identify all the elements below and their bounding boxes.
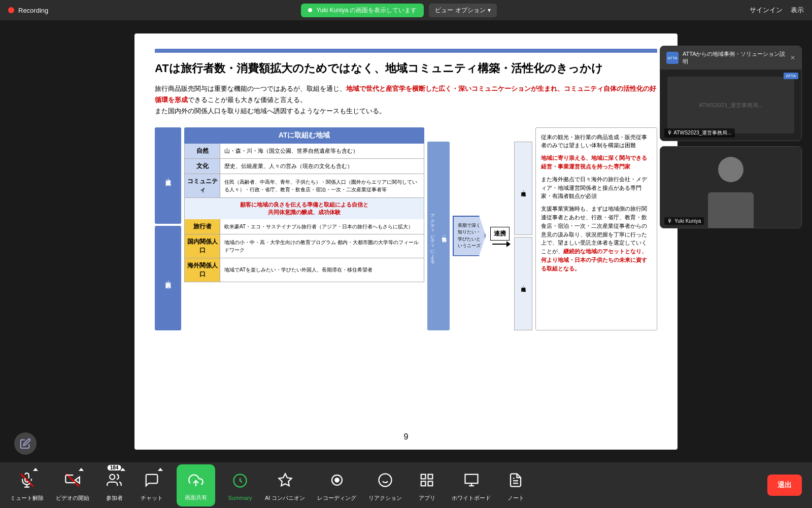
table-row-traveler: 旅行者 欧米豪AT・エコ・サステイナブル旅行者（アジア・日本の旅行者へもさらに拡…	[184, 219, 424, 234]
left-labels: 構成要素・資源 顧客・関係人口	[155, 127, 181, 330]
cell-overseas-header: 海外関係人口	[185, 258, 220, 282]
mute-label: ミュート解除	[10, 494, 44, 502]
panel-1-video: ATWS2023_運営事務局... ATTA 🎙 ATWS2023_運営事務局.…	[660, 70, 801, 141]
chat-chevron-icon[interactable]	[158, 468, 163, 471]
mute-icon-wrap	[16, 469, 38, 491]
cell-overseas-content: 地域でATを楽しみたい・学びたい外国人、長期滞在・移住希望者	[220, 258, 424, 282]
video-icon-wrap	[61, 469, 84, 491]
cell-traveler-header: 旅行者	[185, 219, 220, 234]
whiteboard-icon	[464, 472, 479, 488]
summary-icon-wrap	[229, 469, 251, 492]
right-text-3: また海外拠点で日々海外の旅行会社・メディア・地域運営関係者と接点がある専門家・有…	[541, 175, 652, 200]
participants-icon-wrap: 184	[103, 469, 125, 491]
region-cell-domestic: 県内・圏内地域	[514, 142, 532, 235]
mute-chevron-icon[interactable]	[33, 468, 38, 471]
label-constituents: 構成要素・資源	[155, 127, 181, 224]
top-bar: Recording Yuki Kuniya の画面を表示しています ビュー オプ…	[0, 0, 812, 20]
arrow-head	[506, 241, 511, 247]
ai-companion-button[interactable]: AI コンパニオン	[265, 469, 305, 502]
participants-chevron-icon[interactable]	[120, 468, 125, 471]
reaction-label: リアクション	[368, 494, 402, 502]
whiteboard-button[interactable]: ホワイトボード	[452, 469, 491, 502]
apps-icon	[419, 472, 434, 488]
cell-community-content: 住民（高齢者、中高年、青年、子供たち）・関係人口（圏外からエリアに関与している人…	[220, 174, 424, 198]
svg-rect-14	[428, 474, 433, 479]
mute-button[interactable]: ミュート解除	[10, 469, 44, 502]
activity-box: 体験化（文化体験含む） アクティビティによる	[427, 142, 450, 330]
share-button[interactable]: 画面共有	[177, 464, 215, 506]
panel-1-name-tag: 🎙 ATWS2023_運営事務局...	[664, 128, 735, 138]
notes-icon	[508, 472, 523, 488]
person-container	[660, 147, 801, 228]
cell-culture-header: 文化	[185, 159, 220, 174]
pen-button[interactable]	[14, 432, 37, 455]
chat-button[interactable]: チャット	[139, 469, 164, 502]
panel-card-1-header: ATTA ATTAからの地域事例・ソリューション説明 ✕	[660, 46, 801, 70]
svg-rect-15	[421, 481, 426, 486]
person-head	[718, 157, 743, 182]
participants-label: 参加者	[106, 494, 123, 502]
notes-button[interactable]: ノート	[503, 469, 528, 502]
person-body	[708, 192, 754, 228]
cell-culture-content: 歴史、伝統産業、人々の営み（現在の文化も含む）	[220, 159, 424, 174]
atta-icon: ATTA	[666, 52, 679, 64]
notes-label: ノート	[507, 494, 524, 502]
reaction-icon-wrap	[374, 469, 396, 491]
chat-icon	[144, 472, 159, 488]
reaction-icon	[378, 472, 393, 488]
slide-container: ATは旅行者数・消費額拡大のためではなく、地域コミュニティ構築・活性化のきっかけ…	[134, 33, 678, 450]
end-call-button[interactable]: 退出	[767, 475, 802, 496]
chat-label: チャット	[141, 494, 163, 502]
panel-2-person-name: Yuki Kuniya	[674, 218, 701, 224]
share-banner-text: Yuki Kuniya の画面を表示しています	[316, 6, 417, 15]
participants-count-badge: 184	[108, 465, 121, 470]
panel-card-2: 🎙 Yuki Kuniya	[660, 146, 802, 228]
share-icon	[188, 473, 204, 488]
table-header: ATに取組む地域	[184, 127, 424, 144]
reaction-button[interactable]: リアクション	[368, 469, 402, 502]
svg-rect-16	[428, 481, 433, 486]
toolbar-left-group: ミュート解除 ビデオの開始	[10, 464, 528, 506]
participants-button[interactable]: 184 参加者	[101, 469, 127, 502]
recording-icon-wrap	[326, 469, 348, 491]
recording-label: Recording	[18, 7, 48, 14]
recording-button[interactable]: レコーディング	[317, 469, 356, 502]
top-bar-left: Recording	[8, 7, 48, 14]
notes-icon-wrap	[504, 469, 527, 491]
ai-label: AI コンパニオン	[265, 494, 305, 502]
top-bar-center: Yuki Kuniya の画面を表示しています ビュー オプション ▾	[301, 4, 496, 17]
slide-subtitle: 旅行商品販売関与は重要な機能の一つではあるが、取組を通じ、地域で世代と産官学を横…	[155, 83, 657, 117]
panel-card-1: ATTA ATTAからの地域事例・ソリューション説明 ✕ ATWS2023_運営…	[660, 46, 802, 141]
apps-button[interactable]: アプリ	[414, 469, 439, 502]
summary-button[interactable]: Summary	[227, 469, 253, 501]
view-option-button[interactable]: ビュー オプション ▾	[429, 4, 496, 17]
cell-traveler-content: 欧米豪AT・エコ・サステイナブル旅行者（アジア・日本の旅行者へもさらに拡大）	[220, 219, 424, 234]
signin-button[interactable]: サインイン	[750, 6, 783, 15]
label-customers: 顧客・関係人口	[155, 226, 181, 330]
side-panel: ATTA ATTAからの地域事例・ソリューション説明 ✕ ATWS2023_運営…	[660, 46, 802, 228]
cell-community-header: コミュニティ	[185, 174, 220, 198]
panel-2-name-tag: 🎙 Yuki Kuniya	[664, 217, 704, 225]
recording-dot	[8, 7, 14, 13]
apps-label: アプリ	[419, 494, 435, 502]
video-button[interactable]: ビデオの開始	[56, 469, 89, 502]
svg-point-9	[335, 478, 339, 482]
right-text-1: 従来の観光・旅行業の商品造成・販売従事者のみでは望ましい体制を構築は困難	[541, 133, 652, 150]
needs-section: 長期で深く知りたい・学びたいというニーズ	[453, 142, 486, 330]
whiteboard-icon-wrap	[460, 469, 483, 491]
video-off-icon	[65, 472, 80, 488]
region-col-1: 県内・圏内地域 圏外・海外地域	[514, 142, 532, 330]
share-banner-dot	[308, 8, 312, 12]
video-chevron-icon[interactable]	[79, 468, 84, 471]
recording-label: レコーディング	[317, 494, 356, 502]
panel-1-chevron: ✕	[790, 54, 795, 61]
table-row-overseas: 海外関係人口 地域でATを楽しみたい・学びたい外国人、長期滞在・移住希望者	[184, 258, 424, 282]
cell-domestic-content: 地域の小・中・高・大学生向けの教育プログラム 都内・大都市圏の大学等のフィールド…	[220, 234, 424, 258]
ai-icon-wrap	[274, 469, 296, 491]
display-button[interactable]: 表示	[791, 6, 804, 15]
recording-toolbar-icon	[329, 472, 345, 488]
panel-2-video: 🎙 Yuki Kuniya	[660, 147, 801, 228]
share-icon-wrap	[185, 469, 207, 492]
cell-nature-header: 自然	[185, 144, 220, 159]
slide-title: ATは旅行者数・消費額拡大のためではなく、地域コミュニティ構築・活性化のきっかけ	[155, 61, 657, 77]
